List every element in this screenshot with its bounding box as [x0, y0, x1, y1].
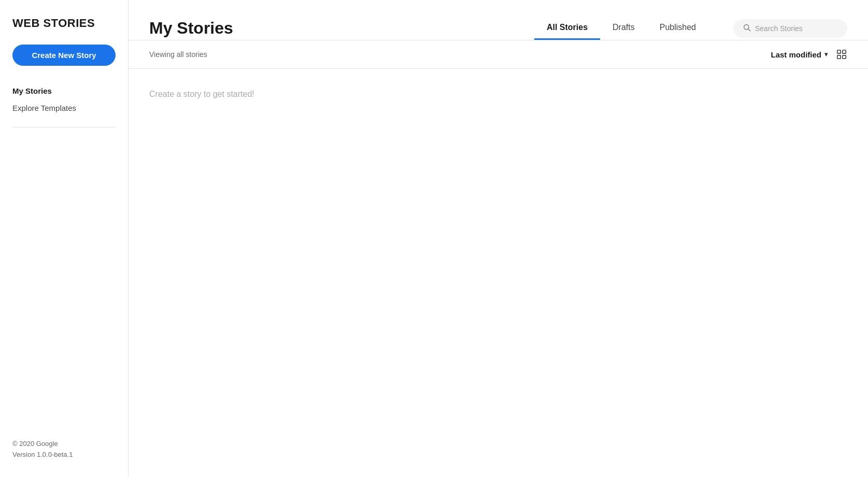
svg-rect-5: [843, 55, 846, 59]
empty-state-message: Create a story to get started!: [149, 90, 254, 99]
viewing-label: Viewing all stories: [149, 50, 207, 59]
content-area: Create a story to get started!: [129, 69, 868, 477]
search-icon: [743, 23, 751, 34]
sort-controls: Last modified ▾: [771, 49, 847, 60]
tab-all-stories[interactable]: All Stories: [534, 17, 600, 40]
svg-rect-3: [843, 50, 846, 53]
sidebar-item-my-stories[interactable]: My Stories: [12, 82, 116, 99]
sidebar-divider: [12, 127, 116, 127]
app-title: WEB STORIES: [12, 17, 116, 30]
footer-version: Version 1.0.0-beta.1: [12, 450, 116, 460]
svg-line-1: [748, 29, 750, 31]
grid-view-button[interactable]: [836, 49, 847, 60]
page-title: My Stories: [149, 19, 233, 38]
sidebar-nav: My Stories Explore Templates: [12, 82, 116, 117]
sort-dropdown[interactable]: Last modified ▾: [771, 50, 828, 59]
create-new-story-button[interactable]: Create New Story: [12, 45, 116, 66]
search-box[interactable]: [733, 19, 847, 38]
search-input[interactable]: [755, 24, 838, 33]
sidebar: WEB STORIES Create New Story My Stories …: [0, 0, 129, 477]
main-header: My Stories All Stories Drafts Published: [129, 0, 868, 40]
sort-label: Last modified: [771, 50, 821, 59]
svg-rect-4: [837, 55, 841, 59]
grid-icon: [836, 49, 847, 60]
sub-header: Viewing all stories Last modified ▾: [129, 40, 868, 69]
footer-copyright: © 2020 Google: [12, 439, 116, 450]
tab-drafts[interactable]: Drafts: [600, 17, 647, 40]
tab-published[interactable]: Published: [647, 17, 708, 40]
header-tabs-search: All Stories Drafts Published: [534, 17, 847, 40]
svg-rect-2: [837, 50, 841, 53]
tabs: All Stories Drafts Published: [534, 17, 708, 40]
main-content: My Stories All Stories Drafts Published: [129, 0, 868, 477]
sidebar-item-explore-templates[interactable]: Explore Templates: [12, 99, 116, 117]
sort-arrow-icon: ▾: [824, 51, 828, 58]
sidebar-footer: © 2020 Google Version 1.0.0-beta.1: [12, 439, 116, 460]
